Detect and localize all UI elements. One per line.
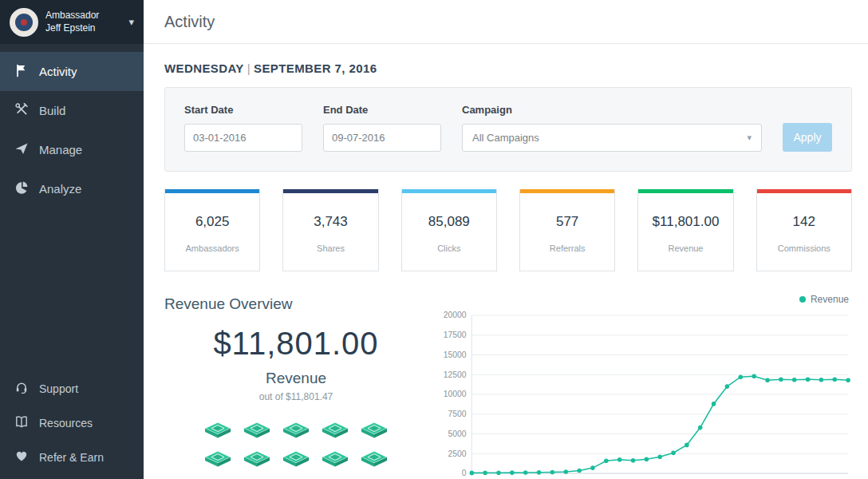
sidebar-item-activity[interactable]: Activity xyxy=(0,52,144,91)
money-icons xyxy=(164,422,428,468)
sidebar-item-label: Refer & Earn xyxy=(39,451,104,464)
start-date-field: Start Date xyxy=(184,104,302,152)
sidebar: Ambassador Jeff Epstein ▾ Activity xyxy=(0,0,144,479)
headset-icon xyxy=(14,380,29,397)
apply-button[interactable]: Apply xyxy=(783,123,832,152)
svg-text:2500: 2500 xyxy=(448,449,466,458)
campaign-select[interactable]: All Campaigns ▾ xyxy=(462,124,762,152)
avatar xyxy=(10,8,38,37)
chart-legend[interactable]: Revenue xyxy=(799,294,849,305)
sidebar-item-label: Activity xyxy=(39,65,77,78)
stat-card-clicks: 85,089 Clicks xyxy=(401,189,497,271)
page-title: Activity xyxy=(164,13,215,31)
day-label: WEDNESDAY xyxy=(164,61,244,75)
pie-chart-icon xyxy=(14,180,29,197)
stat-value: 85,089 xyxy=(402,214,496,230)
stat-card-ambassadors: 6,025 Ambassadors xyxy=(164,189,260,271)
revenue-chart-panel: Revenue 02500500075001000012500150001750… xyxy=(428,292,852,479)
money-stack-icon xyxy=(361,422,388,439)
sidebar-footer-nav: Support Resources Refer & Earn xyxy=(0,371,144,479)
content: WEDNESDAY|SEPTEMBER 7, 2016 Start Date E… xyxy=(144,44,868,479)
money-stack-icon xyxy=(243,450,270,468)
stat-card-commissions: 142 Commissions xyxy=(756,189,852,271)
svg-text:7500: 7500 xyxy=(448,410,466,418)
paper-plane-icon xyxy=(14,141,29,158)
date-separator: | xyxy=(244,61,254,75)
sidebar-item-resources[interactable]: Resources xyxy=(0,406,144,440)
main: Activity WEDNESDAY|SEPTEMBER 7, 2016 Sta… xyxy=(144,0,868,479)
stat-value: 6,025 xyxy=(165,214,259,230)
stat-label: Clicks xyxy=(402,243,496,253)
heart-icon xyxy=(14,449,29,465)
app: Ambassador Jeff Epstein ▾ Activity xyxy=(0,0,868,479)
money-stack-icon xyxy=(322,450,349,468)
stat-value: $11,801.00 xyxy=(638,214,732,230)
user-name: Jeff Epstein xyxy=(45,22,99,35)
stat-accent-bar xyxy=(402,189,496,193)
stat-accent-bar xyxy=(757,189,851,193)
end-date-input[interactable] xyxy=(323,124,441,152)
user-menu[interactable]: Ambassador Jeff Epstein ▾ xyxy=(0,0,144,44)
sidebar-item-label: Analyze xyxy=(39,182,81,196)
stat-label: Shares xyxy=(283,243,377,253)
date-label: SEPTEMBER 7, 2016 xyxy=(254,61,377,75)
stat-accent-bar xyxy=(520,189,614,193)
legend-label: Revenue xyxy=(811,294,849,305)
filter-panel: Start Date End Date Campaign All Campaig… xyxy=(164,87,852,172)
svg-text:0: 0 xyxy=(462,469,467,477)
chevron-down-icon: ▾ xyxy=(128,16,134,28)
sidebar-item-label: Manage xyxy=(39,143,82,156)
avatar-emblem xyxy=(15,14,33,31)
svg-text:20000: 20000 xyxy=(444,311,467,319)
revenue-overview: Revenue Overview $11,801.00 Revenue out … xyxy=(164,292,428,479)
revenue-label: Revenue xyxy=(164,370,428,387)
svg-text:17500: 17500 xyxy=(444,331,467,339)
campaign-field: Campaign All Campaigns ▾ xyxy=(462,104,762,152)
stat-value: 142 xyxy=(757,214,851,230)
stat-value: 577 xyxy=(520,214,614,230)
date-heading: WEDNESDAY|SEPTEMBER 7, 2016 xyxy=(164,61,852,75)
money-stack-icon xyxy=(322,422,349,439)
money-stack-icon xyxy=(282,422,310,439)
stat-accent-bar xyxy=(283,189,377,193)
revenue-chart: 02500500075001000012500150001750020000 xyxy=(436,310,852,479)
stat-accent-bar xyxy=(165,189,259,193)
end-date-label: End Date xyxy=(323,104,441,116)
svg-text:10000: 10000 xyxy=(444,390,467,398)
stat-label: Revenue xyxy=(638,243,732,253)
stat-label: Commissions xyxy=(757,243,851,253)
money-stack-icon xyxy=(361,450,388,468)
svg-text:12500: 12500 xyxy=(444,370,467,379)
sidebar-item-label: Support xyxy=(39,382,78,395)
campaign-label: Campaign xyxy=(462,104,762,116)
money-stack-icon xyxy=(204,450,231,468)
sidebar-item-label: Resources xyxy=(39,417,93,430)
sidebar-item-analyze[interactable]: Analyze xyxy=(0,169,144,208)
stat-card-referrals: 577 Referrals xyxy=(519,189,615,271)
sidebar-item-build[interactable]: Build xyxy=(0,91,144,130)
build-icon xyxy=(14,102,29,119)
revenue-amount: $11,801.00 xyxy=(164,326,428,362)
svg-text:5000: 5000 xyxy=(448,430,466,438)
revenue-overview-title: Revenue Overview xyxy=(164,295,428,313)
bottom-section: Revenue Overview $11,801.00 Revenue out … xyxy=(164,292,852,479)
legend-dot xyxy=(799,296,806,303)
money-stack-icon xyxy=(204,422,231,439)
sidebar-item-manage[interactable]: Manage xyxy=(0,130,144,169)
sidebar-item-label: Build xyxy=(39,104,65,117)
stat-card-revenue: $11,801.00 Revenue xyxy=(637,189,733,271)
start-date-input[interactable] xyxy=(184,124,302,152)
stat-accent-bar xyxy=(638,189,732,193)
money-stack-icon xyxy=(282,450,310,468)
stat-card-shares: 3,743 Shares xyxy=(282,189,378,271)
sidebar-item-refer-earn[interactable]: Refer & Earn xyxy=(0,440,144,474)
stat-value: 3,743 xyxy=(283,214,377,230)
sidebar-item-support[interactable]: Support xyxy=(0,371,144,406)
user-role: Ambassador xyxy=(45,10,99,22)
stat-label: Referrals xyxy=(520,243,614,253)
caret-down-icon: ▾ xyxy=(747,133,752,143)
revenue-subtext: out of $11,801.47 xyxy=(164,391,428,402)
stat-label: Ambassadors xyxy=(165,243,259,253)
svg-text:15000: 15000 xyxy=(444,350,467,359)
stats-row: 6,025 Ambassadors 3,743 Shares 85,089 Cl… xyxy=(164,189,852,271)
